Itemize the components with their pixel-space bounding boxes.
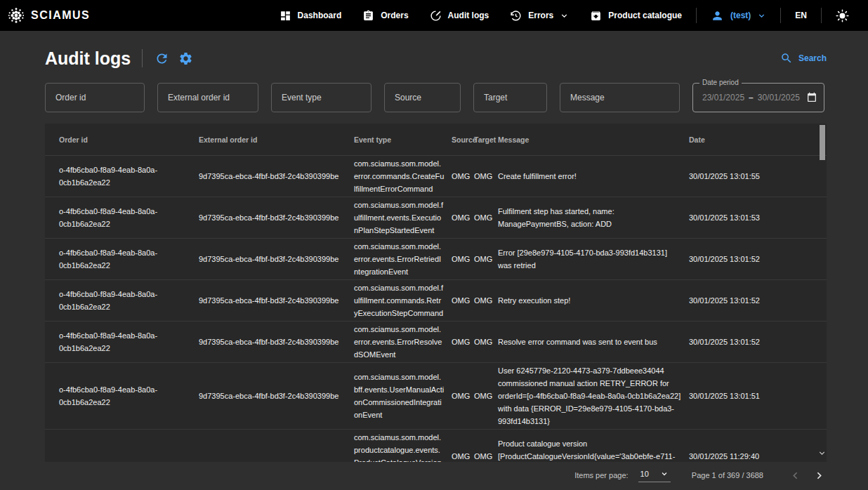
cell-event-type: com.sciamus.som.model.error.events.Error…: [354, 323, 452, 361]
settings-button[interactable]: [178, 51, 193, 66]
errors-icon: [510, 10, 522, 22]
cell-source: OMG: [452, 253, 474, 265]
cell-message: User 6245779e-2120-4473-a379-7ddbeee3404…: [498, 364, 689, 428]
sun-icon: [836, 9, 849, 22]
nav-label: Orders: [381, 11, 408, 20]
refresh-button[interactable]: [154, 51, 169, 66]
cell-message: Retry execution step!: [498, 294, 689, 307]
cell-event-type: com.sciamus.som.model.productcatalogue.e…: [354, 431, 452, 462]
topbar-divider: [821, 8, 822, 23]
language-selector[interactable]: EN: [784, 0, 817, 31]
table-body: o-4fb6cba0-f8a9-4eab-8a0a-0cb1b6a2ea229d…: [45, 156, 827, 462]
search-label: Search: [798, 53, 827, 63]
nav-label: Errors: [528, 11, 553, 20]
date-from: 23/01/2025: [702, 93, 744, 102]
cell-external-order-id: 9d7395ca-ebca-4fbf-bd3f-2c4b390399be: [199, 170, 354, 183]
table-row[interactable]: o-4fb6cba0-f8a9-4eab-8a0a-0cb1b6a2ea229d…: [45, 322, 827, 363]
filter-date-period[interactable]: Date period 23/01/2025 – 30/01/2025: [692, 83, 824, 112]
cell-order-id: o-4fb6cba0-f8a9-4eab-8a0a-0cb1b6a2ea22: [59, 246, 199, 272]
table-scrollbar[interactable]: [817, 124, 827, 462]
cell-external-order-id: 9d7395ca-ebca-4fbf-bd3f-2c4b390399be: [199, 390, 354, 402]
chevron-down-icon: [660, 470, 669, 478]
filter-target[interactable]: [473, 83, 547, 112]
nav-item-dashboard[interactable]: Dashboard: [269, 0, 353, 31]
scroll-down-icon[interactable]: [817, 449, 827, 458]
cell-date: 30/01/2025 13:01:52: [689, 253, 817, 265]
cell-message: Create fulfillment error!: [498, 170, 689, 183]
cell-event-type: com.sciamus.som.model.fulfillment.events…: [354, 199, 452, 237]
scrollbar-thumb[interactable]: [820, 125, 825, 160]
filter-event-type[interactable]: [271, 83, 371, 112]
cell-target: OMG: [474, 170, 498, 183]
cell-external-order-id: 9d7395ca-ebca-4fbf-bd3f-2c4b390399be: [199, 211, 354, 224]
items-per-page-label: Items per page:: [574, 471, 628, 479]
filter-external-order-id[interactable]: [157, 83, 258, 112]
cell-message: Error [29e8e979-4105-4170-bda3-993fd14b3…: [498, 246, 689, 272]
brand[interactable]: SCIAMUS: [7, 6, 90, 25]
search-button[interactable]: Search: [780, 52, 827, 65]
page: Audit logs Search Date period 23/01/2025…: [0, 48, 868, 483]
column-header-source: Source: [452, 135, 474, 144]
cell-source: OMG: [452, 336, 474, 348]
table-row[interactable]: o-4fb6cba0-f8a9-4eab-8a0a-0cb1b6a2ea229d…: [45, 363, 827, 430]
brand-logo-icon: [7, 6, 25, 25]
cell-date: 30/01/2025 13:01:52: [689, 294, 817, 307]
cell-target: OMG: [474, 336, 498, 348]
filter-order-id[interactable]: [45, 83, 145, 112]
audit-table: Order id External order id Event type So…: [45, 124, 827, 462]
filter-message[interactable]: [560, 83, 680, 112]
cell-date: 30/01/2025 13:01:53: [689, 211, 817, 224]
date-to: 30/01/2025: [758, 93, 800, 102]
cell-order-id: o-4fb6cba0-f8a9-4eab-8a0a-0cb1b6a2ea22: [59, 288, 199, 313]
items-per-page-select[interactable]: 10: [638, 468, 671, 482]
table-row[interactable]: o-4fb6cba0-f8a9-4eab-8a0a-0cb1b6a2ea229d…: [45, 280, 827, 322]
nav-item-errors[interactable]: Errors: [499, 0, 579, 31]
nav-label: Product catalogue: [608, 11, 682, 20]
column-header-order-id: Order id: [59, 135, 199, 144]
cell-event-type: com.sciamus.som.model.error.commands.Cre…: [354, 157, 452, 195]
filter-source[interactable]: [384, 83, 461, 112]
cell-order-id: o-4fb6cba0-f8a9-4eab-8a0a-0cb1b6a2ea22: [59, 383, 199, 409]
chevron-down-icon: [757, 11, 766, 20]
audit-logs-icon: [430, 10, 442, 22]
cell-source: OMG: [452, 170, 474, 183]
cell-external-order-id: 9d7395ca-ebca-4fbf-bd3f-2c4b390399be: [199, 294, 354, 307]
cell-source: OMG: [452, 390, 474, 402]
cell-date: 30/01/2025 11:29:40: [689, 450, 817, 462]
nav-item-audit-logs[interactable]: Audit logs: [419, 0, 500, 31]
user-menu[interactable]: (test): [700, 0, 777, 31]
nav-item-product-catalogue[interactable]: Product catalogue: [579, 0, 692, 31]
search-icon: [780, 52, 793, 65]
table-row[interactable]: com.sciamus.som.model.productcatalogue.e…: [45, 430, 827, 462]
language-label: EN: [795, 11, 807, 20]
theme-toggle[interactable]: [825, 0, 860, 31]
cell-event-type: com.sciamus.som.model.bff.events.UserMan…: [354, 371, 452, 421]
cell-source: OMG: [452, 450, 474, 462]
date-period-label: Date period: [699, 79, 742, 86]
cell-date: 30/01/2025 13:01:55: [689, 170, 817, 183]
calendar-icon[interactable]: [806, 92, 817, 103]
user-icon: [711, 9, 724, 22]
chevron-down-icon: [560, 11, 569, 20]
cell-event-type: com.sciamus.som.model.error.events.Error…: [354, 240, 452, 278]
column-header-event-type: Event type: [354, 135, 452, 144]
date-separator: –: [749, 93, 754, 102]
page-info: Page 1 of 369 / 3688: [692, 471, 763, 479]
table-row[interactable]: o-4fb6cba0-f8a9-4eab-8a0a-0cb1b6a2ea229d…: [45, 156, 827, 197]
product-catalogue-icon: [590, 10, 602, 22]
nav-item-orders[interactable]: Orders: [352, 0, 419, 31]
cell-message: Product catalogue version [ProductCatalo…: [498, 437, 689, 462]
table-header: Order id External order id Event type So…: [45, 124, 827, 156]
cell-message: Resolve error command was sent to event …: [498, 336, 689, 348]
previous-page-button[interactable]: [787, 468, 803, 483]
cell-target: OMG: [474, 450, 498, 462]
page-title: Audit logs: [45, 48, 131, 69]
brand-name: SCIAMUS: [31, 9, 90, 22]
topbar-divider: [780, 8, 781, 23]
next-page-button[interactable]: [811, 468, 827, 483]
table-row[interactable]: o-4fb6cba0-f8a9-4eab-8a0a-0cb1b6a2ea229d…: [45, 239, 827, 280]
table-row[interactable]: o-4fb6cba0-f8a9-4eab-8a0a-0cb1b6a2ea229d…: [45, 197, 827, 239]
nav-label: Dashboard: [298, 11, 342, 20]
cell-target: OMG: [474, 211, 498, 224]
cell-date: 30/01/2025 13:01:52: [689, 336, 817, 348]
